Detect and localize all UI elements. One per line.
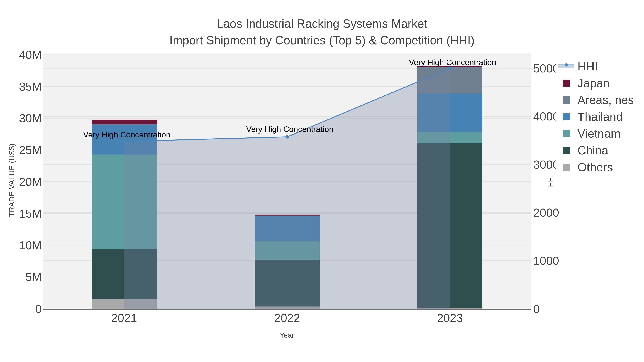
svg-text:Laos Industrial Racking System: Laos Industrial Racking Systems Market [217, 17, 427, 30]
svg-text:Very High Concentration: Very High Concentration [409, 58, 496, 67]
svg-text:Very High Concentration: Very High Concentration [246, 125, 334, 134]
svg-text:HHI: HHI [578, 60, 598, 73]
svg-text:Import Shipment by Countries (: Import Shipment by Countries (Top 5) & C… [170, 34, 474, 47]
svg-text:0: 0 [35, 302, 42, 315]
svg-text:2000: 2000 [533, 206, 559, 219]
svg-text:2023: 2023 [437, 311, 463, 325]
svg-text:Areas, nes: Areas, nes [578, 93, 634, 106]
svg-text:5M: 5M [26, 271, 42, 284]
svg-text:Year: Year [280, 331, 294, 339]
svg-text:0: 0 [533, 302, 540, 315]
svg-text:15M: 15M [19, 207, 42, 220]
svg-text:40M: 40M [19, 48, 42, 61]
svg-text:China: China [578, 144, 608, 157]
svg-text:HHI: HHI [547, 175, 554, 187]
svg-text:25M: 25M [19, 144, 42, 157]
svg-text:Thailand: Thailand [578, 110, 623, 123]
svg-text:4000: 4000 [533, 110, 559, 123]
svg-text:Very High Concentration: Very High Concentration [83, 130, 170, 139]
svg-text:Japan: Japan [578, 76, 610, 90]
svg-text:2022: 2022 [274, 311, 300, 325]
svg-text:20M: 20M [19, 175, 42, 188]
svg-text:1000: 1000 [533, 254, 559, 267]
svg-text:10M: 10M [19, 239, 42, 252]
svg-text:Others: Others [578, 161, 613, 174]
svg-text:30M: 30M [19, 112, 42, 125]
svg-text:5000: 5000 [533, 62, 559, 75]
svg-text:3000: 3000 [533, 158, 559, 171]
svg-text:Vietnam: Vietnam [578, 127, 620, 140]
svg-text:TRADE VALUE (US$): TRADE VALUE (US$) [8, 144, 16, 217]
svg-text:35M: 35M [19, 80, 42, 93]
svg-text:2021: 2021 [111, 311, 137, 325]
